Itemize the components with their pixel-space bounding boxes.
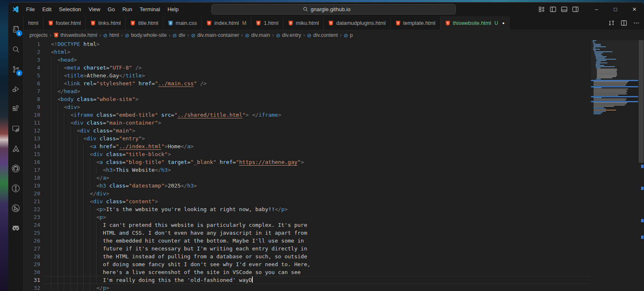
breadcrumb-item-html[interactable]: ⊘html	[103, 32, 119, 38]
breadcrumb-item-div.entry[interactable]: ⊘div.entry	[276, 32, 301, 38]
minimap[interactable]	[591, 40, 638, 291]
code-line[interactable]: 3<head>	[24, 56, 591, 64]
code-line[interactable]: 18</a>	[24, 174, 591, 182]
code-line[interactable]: 28the HTML instead of pulling from a dat…	[24, 253, 591, 260]
tab-main.css[interactable]: 3main.css	[163, 16, 202, 30]
breadcrumb-item-thiswebsite.html[interactable]: 5thiswebsite.html	[53, 32, 97, 38]
activity-triangle-extension[interactable]	[8, 139, 24, 159]
code-line[interactable]: 15<div class="title-block">	[24, 150, 591, 158]
tab-1.html[interactable]: 51.html	[251, 16, 283, 30]
code-line[interactable]: 14<a href="../index.html">Home</a>	[24, 142, 591, 150]
overview-ruler-mark	[641, 219, 644, 222]
activity-remote-explorer[interactable]	[8, 119, 24, 139]
minimap-line	[593, 89, 628, 89]
code-view[interactable]: 1<!DOCTYPE html>2<html>3<head>4<meta cha…	[24, 40, 591, 291]
tab-footer.html[interactable]: 5footer.html	[44, 16, 86, 30]
close-button[interactable]: ✕	[625, 2, 644, 16]
activity-run-debug[interactable]	[8, 79, 24, 99]
activity-gitlens[interactable]	[8, 178, 24, 198]
code-line[interactable]: 2<html>	[24, 48, 591, 56]
code-line[interactable]: 19<h3 class="datestamp">2025</h3>	[24, 182, 591, 190]
tab-miku.html[interactable]: 5miku.html	[283, 16, 324, 30]
menu-file[interactable]: File	[22, 2, 39, 16]
code-line[interactable]: 22<p>It's the website you're looking at …	[24, 205, 591, 213]
tab-html[interactable]: html	[24, 16, 44, 30]
indent-guide	[51, 87, 58, 95]
minimize-button[interactable]: –	[587, 2, 606, 16]
breadcrumb-item-p[interactable]: ⊘p	[344, 32, 353, 38]
menu-go[interactable]: Go	[104, 2, 119, 16]
code-line[interactable]: 24I can't pretend this website is partic…	[24, 221, 591, 229]
activity-github[interactable]	[8, 159, 24, 178]
code-line[interactable]: 8<body class="whole-site">	[24, 95, 591, 103]
breadcrumb-item-div.content[interactable]: ⊘div.content	[307, 32, 338, 38]
indent-guide	[70, 260, 77, 268]
command-center-search[interactable]	[211, 4, 456, 14]
indent-guide	[51, 237, 58, 245]
split-editor-icon[interactable]	[618, 18, 629, 28]
maximize-button[interactable]: □	[606, 2, 625, 16]
indent-guide	[96, 276, 103, 284]
breadcrumb-item-body.whole-site[interactable]: ⊘body.whole-site	[125, 32, 167, 38]
code-line[interactable]: 30here's a live screenshot of the site i…	[24, 268, 591, 276]
code-line[interactable]: 1<!DOCTYPE html>	[24, 40, 591, 48]
menu-help[interactable]: Help	[164, 2, 182, 16]
tab-index.html[interactable]: 5index.htmlM	[202, 16, 251, 30]
code-line[interactable]: 4<meta charset="UTF-8" />	[24, 64, 591, 72]
customize-layout-icon[interactable]	[536, 5, 547, 14]
indent-guide	[77, 190, 84, 197]
tab-template.html[interactable]: 5template.html	[391, 16, 441, 30]
menu-edit[interactable]: Edit	[39, 2, 55, 16]
breadcrumb-separator-icon: ›	[169, 32, 170, 38]
open-changes-icon[interactable]	[606, 18, 617, 28]
code-line[interactable]: 10<iframe class="embed-title" src="../sh…	[24, 111, 591, 119]
activity-extensions[interactable]	[8, 99, 24, 119]
tab-title.html[interactable]: 5title.html	[126, 16, 163, 30]
code-line[interactable]: 27future if it's necessary but I'm writi…	[24, 245, 591, 253]
code-line[interactable]: 16<a class="blog-title" target="_blank" …	[24, 158, 591, 166]
code-line[interactable]: 29of doing some fancy shit I don't see w…	[24, 260, 591, 268]
activity-source-control[interactable]: 2	[8, 59, 24, 79]
code-line[interactable]: 7</head>	[24, 87, 591, 95]
code-line[interactable]: 25HTML and CSS. I don't even have any ja…	[24, 229, 591, 237]
activity-git-graph[interactable]	[8, 198, 24, 218]
code-line[interactable]: 5<title>Athene.Gay</title>	[24, 72, 591, 79]
toggle-secondary-sidebar-icon[interactable]	[570, 5, 581, 14]
code-line[interactable]: 9<div>	[24, 103, 591, 111]
toggle-panel-icon[interactable]	[559, 5, 570, 14]
code-line[interactable]: 23<p>	[24, 213, 591, 221]
breadcrumb-item-div.main-container[interactable]: ⊘div.main-container	[191, 32, 239, 38]
menu-run[interactable]: Run	[119, 2, 136, 16]
code-line[interactable]: 26the embedded hit counter at the bottom…	[24, 237, 591, 245]
breadcrumb-item-div.main[interactable]: ⊘div.main	[245, 32, 270, 38]
code-line[interactable]: 31I'm really doing this the 'old-fashion…	[24, 276, 591, 284]
breadcrumb-item-div[interactable]: ⊘div	[172, 32, 185, 38]
more-actions-icon[interactable]	[631, 18, 642, 28]
menu-view[interactable]: View	[85, 2, 104, 16]
indent-guide	[58, 64, 64, 72]
tab-links.html[interactable]: 5links.html	[86, 16, 126, 30]
code-line[interactable]: 32</p>	[24, 284, 591, 291]
activity-godot[interactable]	[8, 218, 24, 238]
run-debug-icon	[12, 85, 20, 94]
vertical-scrollbar[interactable]	[638, 40, 644, 291]
activity-explorer[interactable]: 1	[8, 19, 24, 39]
code-line[interactable]: 17<h3>This Website</h3>	[24, 166, 591, 174]
line-content: <div>	[40, 103, 80, 111]
tab-dalamudplugins.html[interactable]: 5dalamudplugins.html	[324, 16, 390, 30]
tab-thiswebsite.html[interactable]: 5thiswebsite.htmlU●	[441, 16, 510, 30]
code-line[interactable]: 13<div class="entry">	[24, 135, 591, 142]
code-line[interactable]: 11<div class="main-container">	[24, 119, 591, 127]
menu-selection[interactable]: Selection	[55, 2, 85, 16]
indent-guide	[83, 213, 90, 221]
search-input[interactable]	[311, 6, 365, 12]
code-line[interactable]: 6<link rel="stylesheet" href="../main.cs…	[24, 79, 591, 87]
menu-terminal[interactable]: Terminal	[136, 2, 164, 16]
code-line[interactable]: 20</div>	[24, 190, 591, 197]
code-line[interactable]: 12<div class="main">	[24, 127, 591, 135]
activity-search[interactable]	[8, 39, 24, 59]
scrollbar-slider[interactable]	[639, 40, 644, 163]
toggle-sidebar-icon[interactable]	[547, 5, 559, 14]
breadcrumb-item-projects[interactable]: projects	[29, 32, 48, 38]
code-line[interactable]: 21<div class="content">	[24, 197, 591, 205]
